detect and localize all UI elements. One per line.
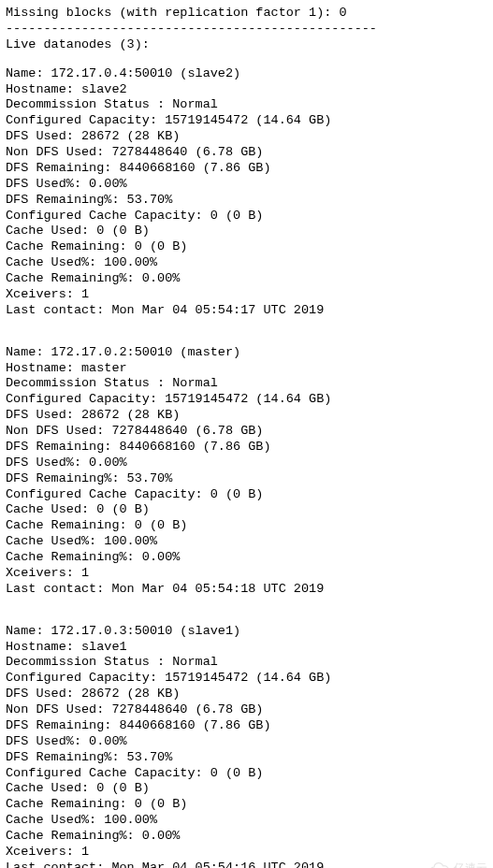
node-dfs-used-line: DFS Used: 28672 (28 KB) [6,687,487,702]
datanode-block: Name: 172.17.0.3:50010 (slave1) Hostname… [6,624,487,868]
node-dfs-remaining-line: DFS Remaining: 8440668160 (7.86 GB) [6,440,487,456]
blank-line [6,319,487,332]
node-configured-capacity-line: Configured Capacity: 15719145472 (14.64 … [6,671,487,687]
node-non-dfs-used-line: Non DFS Used: 7278448640 (6.78 GB) [6,702,487,718]
node-cache-capacity-line: Configured Cache Capacity: 0 (0 B) [6,487,487,503]
node-decommission-line: Decommission Status : Normal [6,655,487,671]
node-dfs-remaining-line: DFS Remaining: 8440668160 (7.86 GB) [6,161,487,177]
node-decommission-line: Decommission Status : Normal [6,97,487,113]
datanode-block: Name: 172.17.0.4:50010 (slave2) Hostname… [6,66,487,319]
cloud-icon [429,862,450,868]
blank-line [6,598,487,611]
node-dfs-remaining-pct-line: DFS Remaining%: 53.70% [6,193,487,209]
node-cache-remaining-pct-line: Cache Remaining%: 0.00% [6,829,487,845]
blank-line [6,611,487,624]
node-dfs-used-pct-line: DFS Used%: 0.00% [6,456,487,471]
node-configured-capacity-line: Configured Capacity: 15719145472 (14.64 … [6,113,487,129]
node-last-contact-line: Last contact: Mon Mar 04 05:54:18 UTC 20… [6,582,487,598]
divider-line: ----------------------------------------… [6,22,487,37]
node-cache-remaining-pct-line: Cache Remaining%: 0.00% [6,271,487,287]
blank-line [6,332,487,345]
node-name-line: Name: 172.17.0.2:50010 (master) [6,345,487,361]
node-dfs-used-line: DFS Used: 28672 (28 KB) [6,129,487,145]
node-dfs-used-pct-line: DFS Used%: 0.00% [6,177,487,193]
node-configured-capacity-line: Configured Capacity: 15719145472 (14.64 … [6,392,487,408]
node-non-dfs-used-line: Non DFS Used: 7278448640 (6.78 GB) [6,145,487,161]
blank-line [6,53,487,66]
node-xceivers-line: Xceivers: 1 [6,287,487,303]
node-name-line: Name: 172.17.0.4:50010 (slave2) [6,66,487,82]
node-dfs-remaining-pct-line: DFS Remaining%: 53.70% [6,471,487,487]
node-decommission-line: Decommission Status : Normal [6,376,487,392]
node-hostname-line: Hostname: slave2 [6,82,487,98]
live-datanodes-line: Live datanodes (3): [6,37,487,53]
node-dfs-used-line: DFS Used: 28672 (28 KB) [6,408,487,424]
node-last-contact-line: Last contact: Mon Mar 04 05:54:17 UTC 20… [6,303,487,319]
node-name-line: Name: 172.17.0.3:50010 (slave1) [6,624,487,640]
node-cache-remaining-line: Cache Remaining: 0 (0 B) [6,239,487,255]
node-dfs-used-pct-line: DFS Used%: 0.00% [6,734,487,750]
watermark-text: 亿速云 [454,862,487,868]
node-dfs-remaining-line: DFS Remaining: 8440668160 (7.86 GB) [6,718,487,734]
watermark: 亿速云 [429,862,487,868]
node-cache-used-pct-line: Cache Used%: 100.00% [6,813,487,829]
missing-blocks-line: Missing blocks (with replication factor … [6,6,487,22]
node-cache-used-pct-line: Cache Used%: 100.00% [6,534,487,550]
node-cache-used-pct-line: Cache Used%: 100.00% [6,255,487,271]
node-xceivers-line: Xceivers: 1 [6,566,487,582]
node-cache-capacity-line: Configured Cache Capacity: 0 (0 B) [6,766,487,782]
node-hostname-line: Hostname: slave1 [6,640,487,656]
terminal-output: Missing blocks (with replication factor … [6,6,487,868]
node-cache-used-line: Cache Used: 0 (0 B) [6,502,487,518]
node-cache-remaining-line: Cache Remaining: 0 (0 B) [6,797,487,813]
node-cache-remaining-line: Cache Remaining: 0 (0 B) [6,518,487,534]
node-cache-remaining-pct-line: Cache Remaining%: 0.00% [6,550,487,566]
datanode-block: Name: 172.17.0.2:50010 (master) Hostname… [6,345,487,598]
node-non-dfs-used-line: Non DFS Used: 7278448640 (6.78 GB) [6,424,487,440]
node-xceivers-line: Xceivers: 1 [6,845,487,861]
node-cache-used-line: Cache Used: 0 (0 B) [6,224,487,239]
node-cache-used-line: Cache Used: 0 (0 B) [6,781,487,797]
node-hostname-line: Hostname: master [6,361,487,377]
node-last-contact-line: Last contact: Mon Mar 04 05:54:16 UTC 20… [6,861,487,868]
node-dfs-remaining-pct-line: DFS Remaining%: 53.70% [6,750,487,766]
node-cache-capacity-line: Configured Cache Capacity: 0 (0 B) [6,209,487,224]
